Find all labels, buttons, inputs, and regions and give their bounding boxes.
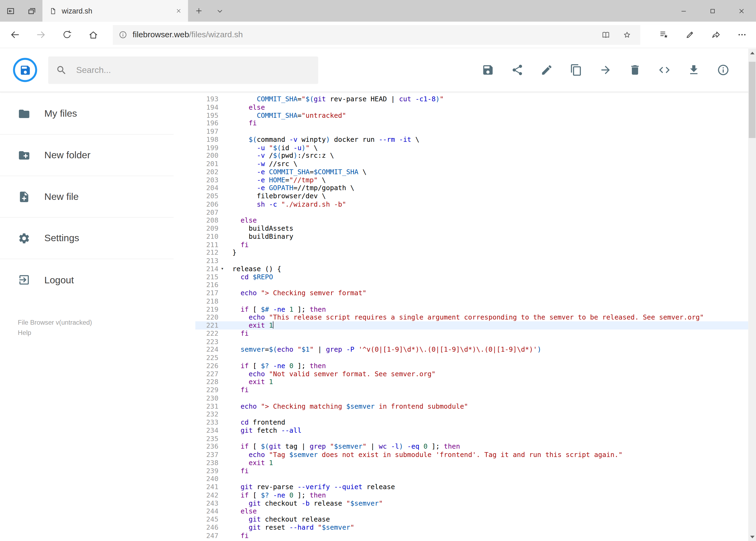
code-line[interactable]: 205 filebrowser/dev \ bbox=[195, 192, 748, 200]
code-line[interactable]: 217 echo "> Checking semver format" bbox=[195, 289, 748, 297]
code-line[interactable]: 219 if [ $# -ne 1 ]; then bbox=[195, 305, 748, 313]
app-logo[interactable] bbox=[13, 58, 37, 82]
code-line[interactable]: 240 bbox=[195, 475, 748, 483]
browser-tab[interactable]: wizard.sh bbox=[42, 0, 188, 22]
address-bar[interactable]: filebrowser.web/files/wizard.sh bbox=[113, 25, 640, 45]
delete-button[interactable] bbox=[629, 64, 641, 76]
code-line[interactable]: 226 if [ $? -ne 0 ]; then bbox=[195, 362, 748, 370]
code-line[interactable]: 209 buildAssets bbox=[195, 225, 748, 233]
favorite-button[interactable] bbox=[616, 25, 637, 44]
share-button[interactable] bbox=[703, 24, 729, 46]
minimize-button[interactable] bbox=[669, 0, 698, 22]
code-line[interactable]: 235 bbox=[195, 435, 748, 443]
code-line[interactable]: 247 fi bbox=[195, 532, 748, 540]
code-line[interactable]: 211 fi bbox=[195, 241, 748, 249]
code-line[interactable]: 241 git rev-parse --verify --quiet relea… bbox=[195, 483, 748, 491]
code-line[interactable]: 206 sh -c "./wizard.sh -b" bbox=[195, 200, 748, 208]
sidebar-item-new-file[interactable]: New file bbox=[0, 176, 173, 218]
maximize-button[interactable] bbox=[698, 0, 727, 22]
code-line[interactable]: 224 semver=$(echo "$1" | grep -P '^v(0|[… bbox=[195, 345, 748, 353]
code-line[interactable]: 223 bbox=[195, 337, 748, 346]
scroll-up-button[interactable] bbox=[748, 49, 756, 57]
refresh-button[interactable] bbox=[54, 24, 80, 46]
reading-view-button[interactable] bbox=[595, 25, 616, 44]
more-button[interactable] bbox=[729, 24, 755, 46]
download-button[interactable] bbox=[687, 64, 700, 76]
code-line[interactable]: 228 exit 1 bbox=[195, 378, 748, 386]
code-line[interactable]: 218 bbox=[195, 297, 748, 305]
code-line[interactable]: 243 git checkout -b release "$semver" bbox=[195, 499, 748, 507]
help-link[interactable]: Help bbox=[18, 327, 195, 338]
site-info-icon[interactable] bbox=[119, 31, 127, 39]
new-tab-button[interactable] bbox=[188, 0, 209, 22]
code-line[interactable]: 237 echo "Tag $semver does not exist in … bbox=[195, 450, 748, 459]
home-button[interactable] bbox=[80, 24, 106, 46]
switch-editor-button[interactable] bbox=[658, 64, 670, 76]
sidebar-item-new-folder[interactable]: New folder bbox=[0, 135, 173, 176]
code-line[interactable]: 225 bbox=[195, 353, 748, 362]
code-line[interactable]: 210 buildBinary bbox=[195, 233, 748, 241]
scrollbar-thumb[interactable] bbox=[749, 62, 755, 138]
code-line[interactable]: 199 -u "$(id -u)" \ bbox=[195, 144, 748, 152]
code-line[interactable]: 195 COMMIT_SHA="untracked" bbox=[195, 111, 748, 119]
sidebar-item-my-files[interactable]: My files bbox=[0, 93, 173, 135]
share-button[interactable] bbox=[511, 64, 524, 76]
code-editor[interactable]: 193 COMMIT_SHA="$(git rev-parse HEAD | c… bbox=[195, 92, 748, 541]
code-line[interactable]: 246 git reset --hard "$semver" bbox=[195, 523, 748, 532]
tab-close-button[interactable] bbox=[174, 6, 183, 15]
code-line[interactable]: 213 bbox=[195, 257, 748, 265]
code-line[interactable]: 207 bbox=[195, 208, 748, 216]
forward-button[interactable] bbox=[28, 24, 54, 46]
close-window-button[interactable] bbox=[727, 0, 756, 22]
code-line[interactable]: 194 else bbox=[195, 103, 748, 111]
sidebar-item-settings[interactable]: Settings bbox=[0, 218, 173, 259]
code-line[interactable]: 200 -v /$(pwd):/src:z \ bbox=[195, 152, 748, 160]
sidebar-item-logout[interactable]: Logout bbox=[0, 259, 173, 300]
code-line[interactable]: 244 else bbox=[195, 507, 748, 515]
search-input[interactable] bbox=[75, 64, 311, 75]
code-line[interactable]: 198 $(command -v winpty) docker run --rm… bbox=[195, 136, 748, 144]
code-line[interactable]: 196 fi bbox=[195, 119, 748, 128]
set-tabs-aside-button[interactable] bbox=[0, 0, 21, 22]
scroll-down-button[interactable] bbox=[748, 532, 756, 541]
code-line[interactable]: 221 exit 1 bbox=[195, 321, 748, 329]
code-line[interactable]: 234 git fetch --all bbox=[195, 426, 748, 435]
code-line[interactable]: 242 if [ $? -ne 0 ]; then bbox=[195, 491, 748, 499]
code-line[interactable]: 204 -e GOPATH=//tmp/gopath \ bbox=[195, 184, 748, 192]
fold-marker-icon[interactable]: ▾ bbox=[218, 265, 226, 273]
code-line[interactable]: 208 else bbox=[195, 216, 748, 225]
web-note-button[interactable] bbox=[677, 24, 703, 46]
code-line[interactable]: 222 fi bbox=[195, 329, 748, 337]
code-line[interactable]: 231 echo "> Checking matching $semver in… bbox=[195, 402, 748, 410]
code-line[interactable]: 238 exit 1 bbox=[195, 459, 748, 467]
code-line[interactable]: 230 bbox=[195, 394, 748, 402]
back-button[interactable] bbox=[2, 24, 28, 46]
info-button[interactable] bbox=[717, 64, 729, 76]
code-line[interactable]: 227 echo "Not valid semver format. See s… bbox=[195, 370, 748, 378]
tabs-preview-button[interactable] bbox=[21, 0, 43, 22]
code-line[interactable]: 245 git checkout release bbox=[195, 515, 748, 523]
code-line[interactable]: 203 -e HOME="//tmp" \ bbox=[195, 176, 748, 184]
code-line[interactable]: 201 -w //src \ bbox=[195, 160, 748, 168]
code-line[interactable]: 212} bbox=[195, 249, 748, 257]
copy-button[interactable] bbox=[570, 64, 582, 76]
save-button[interactable] bbox=[482, 64, 494, 76]
tab-previews-toggle[interactable] bbox=[209, 0, 230, 22]
code-line[interactable]: 214▾release () { bbox=[195, 265, 748, 273]
code-line[interactable]: 202 -e COMMIT_SHA=$COMMIT_SHA \ bbox=[195, 168, 748, 176]
page-scrollbar[interactable] bbox=[748, 49, 756, 541]
search-box[interactable] bbox=[48, 56, 318, 84]
code-line[interactable]: 239 fi bbox=[195, 467, 748, 475]
code-line[interactable]: 233 cd frontend bbox=[195, 418, 748, 426]
code-line[interactable]: 193 COMMIT_SHA="$(git rev-parse HEAD | c… bbox=[195, 95, 748, 103]
code-line[interactable]: 229 fi bbox=[195, 386, 748, 394]
code-line[interactable]: 216 bbox=[195, 281, 748, 289]
hub-button[interactable] bbox=[651, 24, 677, 46]
code-line[interactable]: 236 if [ $(git tag | grep "$semver" | wc… bbox=[195, 443, 748, 451]
code-line[interactable]: 197 bbox=[195, 128, 748, 136]
move-button[interactable] bbox=[599, 64, 612, 76]
rename-button[interactable] bbox=[541, 64, 553, 76]
code-line[interactable]: 215 cd $REPO bbox=[195, 273, 748, 281]
code-line[interactable]: 220 echo "This release script requires a… bbox=[195, 313, 748, 321]
code-line[interactable]: 232 bbox=[195, 410, 748, 418]
